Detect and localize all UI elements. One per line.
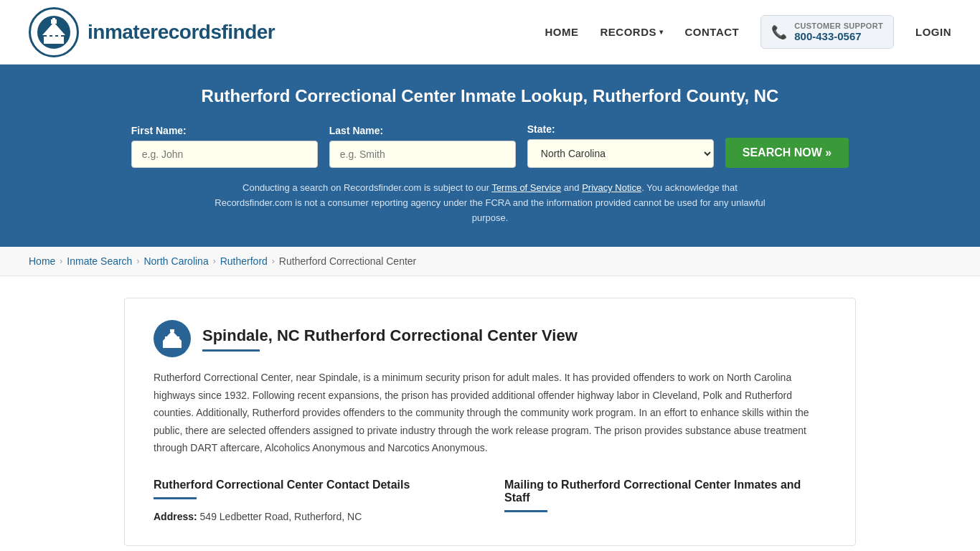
section-title-underline — [202, 349, 260, 352]
content-card: Spindale, NC Rutherford Correctional Cen… — [124, 298, 856, 546]
left-column: Rutherford Correctional Center Contact D… — [154, 479, 476, 524]
breadcrumb-rutherford[interactable]: Rutherford — [220, 255, 268, 267]
svg-rect-13 — [170, 329, 174, 332]
left-col-title: Rutherford Correctional Center Contact D… — [154, 479, 476, 491]
address-label: Address: — [154, 511, 197, 522]
right-col-title: Mailing to Rutherford Correctional Cente… — [504, 479, 826, 504]
breadcrumb-inmate-search[interactable]: Inmate Search — [67, 255, 132, 267]
customer-support: 📞 CUSTOMER SUPPORT 800-433-0567 — [760, 15, 894, 49]
first-name-input[interactable] — [131, 141, 318, 168]
last-name-group: Last Name: — [329, 125, 516, 168]
breadcrumb-sep-2: › — [136, 256, 139, 266]
search-button[interactable]: SEARCH NOW » — [725, 138, 849, 168]
records-chevron-icon: ▾ — [659, 28, 664, 36]
two-col-section: Rutherford Correctional Center Contact D… — [154, 479, 826, 524]
nav-contact[interactable]: CONTACT — [685, 26, 740, 38]
breadcrumb-north-carolina[interactable]: North Carolina — [143, 255, 208, 267]
logo-icon — [29, 7, 79, 57]
right-col-underline — [504, 510, 547, 512]
breadcrumb: Home › Inmate Search › North Carolina › … — [0, 247, 980, 276]
main-nav: HOME RECORDS ▾ CONTACT 📞 CUSTOMER SUPPOR… — [545, 15, 951, 49]
main-content: Spindale, NC Rutherford Correctional Cen… — [95, 276, 885, 551]
terms-of-service-link[interactable]: Terms of Service — [491, 182, 561, 193]
privacy-notice-link[interactable]: Privacy Notice — [582, 182, 641, 193]
hero-title: Rutherford Correctional Center Inmate Lo… — [14, 86, 966, 106]
section-body: Rutherford Correctional Center, near Spi… — [154, 369, 826, 457]
left-col-underline — [154, 497, 197, 499]
section-title: Spindale, NC Rutherford Correctional Cen… — [202, 326, 578, 345]
nav-records[interactable]: RECORDS ▾ — [600, 26, 663, 38]
breadcrumb-sep-3: › — [213, 256, 216, 266]
first-name-label: First Name: — [131, 125, 187, 136]
header: inmaterecordsfinder HOME RECORDS ▾ CONTA… — [0, 0, 980, 65]
first-name-group: First Name: — [131, 125, 318, 168]
state-select[interactable]: North Carolina Alabama Alaska Arizona Ca… — [527, 139, 714, 168]
nav-home[interactable]: HOME — [545, 26, 578, 38]
breadcrumb-current: Rutherford Correctional Center — [279, 255, 416, 267]
last-name-input[interactable] — [329, 141, 516, 168]
svg-rect-7 — [52, 18, 55, 21]
nav-login[interactable]: LOGIN — [915, 26, 951, 38]
logo-text: inmaterecordsfinder — [88, 21, 275, 44]
hero-banner: Rutherford Correctional Center Inmate Lo… — [0, 65, 980, 247]
facility-icon — [154, 320, 191, 357]
logo-area: inmaterecordsfinder — [29, 7, 275, 57]
support-phone: 800-433-0567 — [794, 30, 883, 42]
svg-marker-12 — [163, 331, 182, 341]
search-form: First Name: Last Name: State: North Caro… — [14, 123, 966, 168]
state-group: State: North Carolina Alabama Alaska Ari… — [527, 123, 714, 168]
breadcrumb-sep-1: › — [60, 256, 62, 266]
hero-disclaimer: Conducting a search on Recordsfinder.com… — [203, 181, 777, 225]
phone-icon: 📞 — [771, 24, 787, 40]
breadcrumb-home[interactable]: Home — [29, 255, 55, 267]
last-name-label: Last Name: — [329, 125, 383, 136]
address-value: 549 Ledbetter Road, Rutherford, NC — [200, 511, 362, 522]
right-column: Mailing to Rutherford Correctional Cente… — [504, 479, 826, 524]
breadcrumb-sep-4: › — [272, 256, 275, 266]
state-label: State: — [527, 123, 555, 135]
section-header: Spindale, NC Rutherford Correctional Cen… — [154, 320, 826, 357]
support-label: CUSTOMER SUPPORT — [794, 22, 883, 30]
